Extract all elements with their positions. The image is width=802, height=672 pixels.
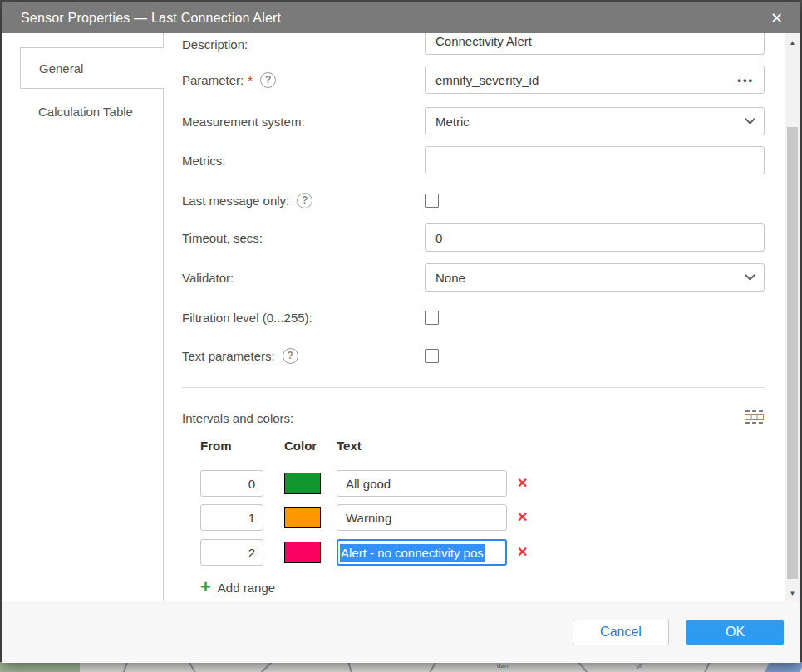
dialog-titlebar: Sensor Properties — Last Connection Aler…: [2, 2, 800, 33]
metrics-label: Metrics:: [182, 154, 425, 168]
filtration-level-checkbox[interactable]: [425, 311, 439, 325]
section-divider: [182, 387, 765, 388]
map-label: dan: [497, 662, 508, 670]
last-message-only-label: Last message only: ?: [182, 193, 425, 208]
interval-color-swatch[interactable]: [284, 507, 321, 528]
measurement-system-select[interactable]: Metric: [425, 107, 765, 135]
selected-text: Alert - no connectivity pos: [340, 544, 485, 562]
parameter-label: Parameter: * ?: [182, 72, 425, 88]
map-street-line: [122, 662, 129, 672]
timeout-label: Timeout, secs:: [182, 231, 425, 245]
tab-panel: General Calculation Table: [2, 33, 164, 601]
map-street-line: [577, 662, 588, 672]
column-text: Text: [337, 439, 362, 454]
validator-label: Validator:: [182, 271, 425, 285]
map-street-line: [347, 662, 353, 672]
text-parameters-row: Text parameters: ?: [182, 346, 765, 365]
map-label: str: [635, 662, 644, 670]
text-parameters-checkbox[interactable]: [425, 349, 439, 363]
interval-from-input[interactable]: 2: [200, 539, 263, 566]
interval-text-input[interactable]: Warning: [337, 504, 507, 531]
interval-row: 1 Warning ✕: [200, 504, 765, 531]
map-park-area: [0, 662, 80, 672]
delete-row-icon[interactable]: ✕: [517, 511, 528, 524]
metrics-input[interactable]: [425, 146, 765, 174]
interval-color-swatch[interactable]: [284, 473, 321, 494]
validator-row: Validator: None: [182, 263, 765, 292]
measurement-system-label: Measurement system:: [182, 115, 425, 129]
map-street-line: [261, 662, 273, 672]
tab-general[interactable]: General: [20, 47, 164, 89]
intervals-column-headers: From Color Text: [200, 439, 765, 454]
close-icon[interactable]: ✕: [770, 11, 783, 26]
last-message-only-checkbox[interactable]: [425, 194, 439, 208]
ellipsis-icon[interactable]: •••: [737, 74, 754, 86]
interval-from-input[interactable]: 0: [200, 470, 263, 497]
intervals-title: Intervals and colors:: [182, 411, 293, 425]
plus-icon: +: [200, 581, 211, 594]
description-input[interactable]: Connectivity Alert: [425, 33, 765, 55]
parameter-row: Parameter: * ? emnify_severity_id •••: [182, 66, 765, 94]
cancel-button[interactable]: Cancel: [573, 620, 669, 645]
scrollbar-thumb[interactable]: [787, 127, 798, 579]
text-parameters-label: Text parameters: ?: [182, 348, 425, 364]
validator-select[interactable]: None: [425, 263, 765, 292]
filtration-level-row: Filtration level (0...255):: [182, 307, 765, 327]
map-street-line: [703, 662, 711, 672]
description-row: Description: Connectivity Alert: [182, 33, 765, 55]
description-label: Description:: [182, 37, 425, 52]
scroll-up-icon[interactable]: ▲: [785, 36, 800, 50]
add-range-label: Add range: [218, 581, 275, 595]
timeout-input[interactable]: 0: [425, 223, 765, 252]
interval-row: 2 Alert - no connectivity pos ✕: [200, 539, 765, 566]
add-range-button[interactable]: + Add range: [200, 579, 765, 596]
general-form: Description: Connectivity Alert Paramete…: [164, 33, 785, 601]
help-icon[interactable]: ?: [297, 193, 312, 208]
scroll-down-icon[interactable]: ▼: [785, 586, 800, 601]
help-icon[interactable]: ?: [283, 348, 298, 364]
tab-calculation-table[interactable]: Calculation Table: [20, 101, 163, 122]
column-color: Color: [284, 439, 321, 454]
timeout-row: Timeout, secs: 0: [182, 223, 765, 252]
interval-from-input[interactable]: 1: [200, 504, 263, 531]
tab-calculation-table-label: Calculation Table: [38, 105, 133, 119]
help-icon[interactable]: ?: [260, 72, 276, 88]
measurement-system-row: Measurement system: Metric: [182, 107, 765, 135]
intervals-header: Intervals and colors:: [182, 410, 765, 426]
column-from: From: [200, 439, 263, 454]
sensor-properties-dialog: Sensor Properties — Last Connection Aler…: [2, 2, 800, 663]
delete-row-icon[interactable]: ✕: [517, 477, 528, 490]
dialog-footer: Cancel OK: [2, 601, 800, 663]
map-street-line: [188, 662, 197, 672]
interval-text-input[interactable]: All good: [337, 470, 507, 497]
metrics-row: Metrics:: [182, 146, 765, 174]
interval-color-swatch[interactable]: [284, 542, 321, 563]
dialog-body: General Calculation Table Description: C…: [2, 33, 800, 601]
map-water-area: [765, 662, 802, 672]
parameter-input[interactable]: emnify_severity_id •••: [425, 66, 765, 94]
required-asterisk: *: [248, 73, 253, 87]
tab-general-label: General: [39, 61, 83, 76]
filtration-level-label: Filtration level (0...255):: [182, 311, 425, 325]
interval-row: 0 All good ✕: [200, 470, 765, 497]
grid-table-icon[interactable]: [745, 410, 765, 427]
background-map: dan str: [0, 662, 802, 672]
chevron-down-icon: [745, 114, 755, 125]
map-street-line: [429, 662, 438, 672]
interval-text-input-focused[interactable]: Alert - no connectivity pos: [337, 539, 507, 566]
last-message-only-row: Last message only: ?: [182, 190, 765, 210]
dialog-title: Sensor Properties — Last Connection Aler…: [21, 11, 770, 26]
chevron-down-icon: [745, 270, 755, 281]
vertical-scrollbar[interactable]: ▲ ▼: [785, 33, 800, 601]
ok-button[interactable]: OK: [686, 620, 784, 645]
delete-row-icon[interactable]: ✕: [517, 546, 528, 559]
